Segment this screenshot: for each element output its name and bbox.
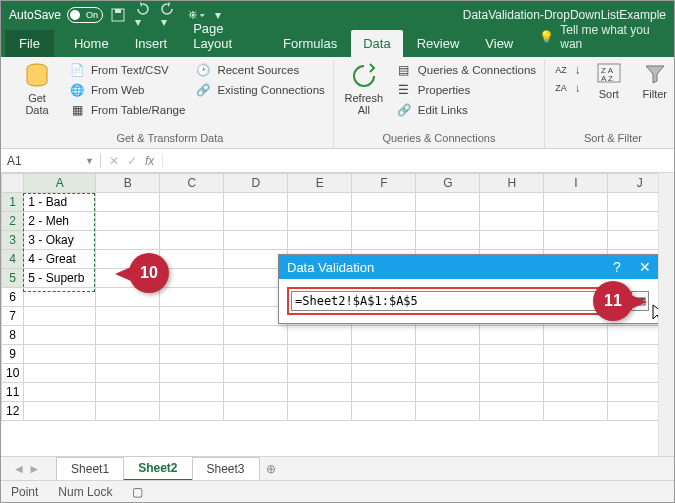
- dialog-help-button[interactable]: ?: [603, 259, 631, 275]
- row-header-6[interactable]: 6: [2, 288, 24, 307]
- cell[interactable]: [352, 345, 416, 364]
- cell[interactable]: [224, 345, 288, 364]
- cell[interactable]: [544, 212, 608, 231]
- from-text-csv-button[interactable]: 📄From Text/CSV: [69, 62, 185, 78]
- undo-icon[interactable]: ▾: [135, 1, 151, 29]
- cell[interactable]: [24, 345, 96, 364]
- row-header-2[interactable]: 2: [2, 212, 24, 231]
- fx-icon[interactable]: fx: [145, 154, 154, 168]
- row-header-3[interactable]: 3: [2, 231, 24, 250]
- cell[interactable]: [24, 402, 96, 421]
- cell[interactable]: [416, 345, 480, 364]
- name-box[interactable]: A1 ▼: [1, 154, 101, 168]
- cell[interactable]: [224, 364, 288, 383]
- cell[interactable]: [480, 364, 544, 383]
- cell[interactable]: [224, 326, 288, 345]
- cell[interactable]: [160, 383, 224, 402]
- cell[interactable]: [96, 345, 160, 364]
- cell[interactable]: [224, 383, 288, 402]
- cell-a5[interactable]: 5 - Superb: [24, 269, 96, 288]
- cell[interactable]: [96, 383, 160, 402]
- select-all-corner[interactable]: [2, 174, 24, 193]
- cancel-icon[interactable]: ✕: [109, 154, 119, 168]
- name-box-dropdown-icon[interactable]: ▼: [85, 156, 94, 166]
- cell[interactable]: [160, 231, 224, 250]
- cell[interactable]: [480, 345, 544, 364]
- sort-button[interactable]: Z AA Z Sort: [591, 62, 627, 132]
- cell[interactable]: [96, 402, 160, 421]
- cell[interactable]: [480, 231, 544, 250]
- cell[interactable]: [416, 326, 480, 345]
- cell[interactable]: [416, 402, 480, 421]
- filter-button[interactable]: Filter: [637, 62, 673, 132]
- cell[interactable]: [544, 193, 608, 212]
- save-icon[interactable]: [111, 8, 125, 22]
- cell[interactable]: [544, 345, 608, 364]
- tell-me-search[interactable]: 💡 Tell me what you wan: [527, 17, 670, 57]
- cell[interactable]: [544, 364, 608, 383]
- col-header-i[interactable]: I: [544, 174, 608, 193]
- cell[interactable]: [416, 231, 480, 250]
- col-header-d[interactable]: D: [224, 174, 288, 193]
- dialog-close-button[interactable]: ✕: [631, 259, 659, 275]
- autosave-toggle[interactable]: AutoSave On: [9, 7, 103, 23]
- cell[interactable]: [224, 193, 288, 212]
- cell[interactable]: [288, 402, 352, 421]
- cell[interactable]: [160, 250, 224, 269]
- enter-icon[interactable]: ✓: [127, 154, 137, 168]
- tab-insert[interactable]: Insert: [123, 30, 180, 57]
- cell-a3[interactable]: 3 - Okay: [24, 231, 96, 250]
- col-header-b[interactable]: B: [96, 174, 160, 193]
- cell[interactable]: [544, 326, 608, 345]
- cell[interactable]: [544, 231, 608, 250]
- col-header-f[interactable]: F: [352, 174, 416, 193]
- cell[interactable]: [160, 269, 224, 288]
- cell[interactable]: [352, 364, 416, 383]
- cell[interactable]: [24, 364, 96, 383]
- tab-page-layout[interactable]: Page Layout: [181, 15, 269, 57]
- col-header-h[interactable]: H: [480, 174, 544, 193]
- col-header-c[interactable]: C: [160, 174, 224, 193]
- row-header-7[interactable]: 7: [2, 307, 24, 326]
- cell[interactable]: [352, 402, 416, 421]
- queries-connections-button[interactable]: ▤Queries & Connections: [396, 62, 536, 78]
- col-header-e[interactable]: E: [288, 174, 352, 193]
- edit-links-button[interactable]: 🔗Edit Links: [396, 102, 536, 118]
- cell[interactable]: [416, 364, 480, 383]
- col-header-g[interactable]: G: [416, 174, 480, 193]
- cell[interactable]: [160, 402, 224, 421]
- sort-desc-button[interactable]: ZA↓: [553, 80, 581, 96]
- cell[interactable]: [160, 307, 224, 326]
- tab-data[interactable]: Data: [351, 30, 402, 57]
- new-sheet-button[interactable]: ⊕: [259, 458, 283, 480]
- row-header-9[interactable]: 9: [2, 345, 24, 364]
- sheet-nav[interactable]: ◄ ►: [13, 462, 40, 476]
- cell[interactable]: [160, 345, 224, 364]
- cell-a1[interactable]: 1 - Bad: [24, 193, 96, 212]
- sheet-tab-sheet1[interactable]: Sheet1: [56, 457, 124, 480]
- cell[interactable]: [24, 307, 96, 326]
- cell[interactable]: [24, 383, 96, 402]
- existing-connections-button[interactable]: 🔗Existing Connections: [195, 82, 324, 98]
- cell[interactable]: [96, 307, 160, 326]
- cell[interactable]: [288, 345, 352, 364]
- cell[interactable]: [96, 364, 160, 383]
- cell[interactable]: [96, 193, 160, 212]
- recent-sources-button[interactable]: 🕑Recent Sources: [195, 62, 324, 78]
- cell[interactable]: [288, 231, 352, 250]
- cell-a2[interactable]: 2 - Meh: [24, 212, 96, 231]
- sort-asc-button[interactable]: AZ↓: [553, 62, 581, 78]
- from-table-range-button[interactable]: ▦From Table/Range: [69, 102, 185, 118]
- tab-review[interactable]: Review: [405, 30, 472, 57]
- cell[interactable]: [160, 193, 224, 212]
- cell[interactable]: [288, 326, 352, 345]
- cell[interactable]: [480, 383, 544, 402]
- autosave-switch[interactable]: On: [67, 7, 103, 23]
- dialog-titlebar[interactable]: Data Validation ? ✕: [279, 255, 667, 279]
- properties-button[interactable]: ☰Properties: [396, 82, 536, 98]
- cell[interactable]: [480, 402, 544, 421]
- cell[interactable]: [544, 383, 608, 402]
- cell[interactable]: [416, 193, 480, 212]
- get-data-button[interactable]: Get Data: [15, 62, 59, 132]
- redo-icon[interactable]: ▾: [161, 1, 177, 29]
